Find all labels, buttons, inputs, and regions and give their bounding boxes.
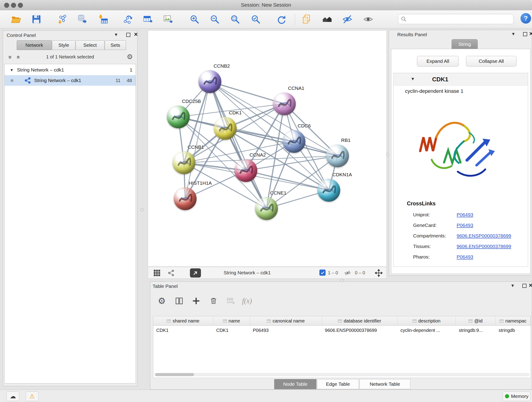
maximize-results-icon[interactable] [523,32,527,36]
tab-sets[interactable]: Sets [105,40,126,50]
column-header-description[interactable]: description [398,316,456,325]
table-cell[interactable]: 9606.ENSP00000378699 [322,326,398,335]
network-node-cdkn1a[interactable] [317,179,340,202]
crosslink-link[interactable]: P06493 [457,223,473,228]
float-panel-icon[interactable]: ▾ [115,32,117,37]
table-cell[interactable]: P06493 [250,326,322,335]
table-cell[interactable]: CDK1 [213,326,250,335]
cloud-icon[interactable]: ☁ [6,391,19,401]
bottom-splitter-handle[interactable] [341,279,344,282]
table-cell[interactable]: stringdb:9... [456,326,496,335]
results-panel-title: Results Panel [397,32,427,37]
expand-all-button[interactable]: Expand All [417,56,459,66]
function-builder-button[interactable]: f(x) [241,294,253,307]
network-options-gear-icon[interactable]: ⚙ [127,53,133,61]
scrollbar-thumb[interactable] [155,373,194,376]
tab-network-table[interactable]: Network Table [360,379,410,389]
network-node-cdk1[interactable] [214,117,237,140]
table-horizontal-scrollbar[interactable] [154,373,530,376]
table-cell[interactable]: CDK1 [153,326,213,335]
annotation-button[interactable] [300,13,313,26]
close-table-icon[interactable]: × [529,283,532,288]
crosslink-link[interactable]: P06493 [457,254,473,260]
open-session-button[interactable] [10,13,22,26]
memory-button[interactable]: Memory [503,391,531,401]
show-all-button[interactable] [362,13,375,26]
import-network-from-database-button[interactable] [76,13,89,26]
table-cell[interactable]: cyclin-dependent ... [398,326,456,335]
network-edge[interactable] [210,82,266,209]
section-collapse-caret-icon[interactable]: ▾ [412,76,414,82]
tab-node-table[interactable]: Node Table [274,379,317,389]
close-panel-icon[interactable]: × [134,32,138,37]
collapse-caret-icon[interactable]: ▾ [11,67,13,73]
network-node-ccnb1[interactable] [172,151,196,174]
network-node-cdc25b[interactable] [167,105,190,128]
maximize-panel-icon[interactable] [126,33,130,37]
home-view-button[interactable] [321,13,334,26]
zoom-out-button[interactable] [208,13,221,26]
search-input[interactable] [408,16,513,22]
network-node-ccne1[interactable] [255,197,278,220]
new-network-button[interactable] [121,13,134,26]
network-node-ccna2[interactable] [234,159,257,182]
crosslink-link[interactable]: P06493 [457,212,473,217]
column-header-namespac[interactable]: namespac [496,316,531,325]
right-splitter-handle[interactable] [386,153,389,156]
maximize-table-icon[interactable] [522,284,526,288]
pan-crosshair-icon[interactable] [375,269,383,278]
crosslink-link[interactable]: 9606.ENSP00000378699 [457,244,511,249]
network-node-rb1[interactable] [326,144,349,167]
column-header-canonical-name[interactable]: canonical name [250,316,322,325]
column-header-shared-name[interactable]: shared name [153,316,213,325]
zoom-fit-button[interactable] [229,13,241,26]
save-session-button[interactable] [30,13,43,26]
zoom-in-button[interactable] [188,13,201,26]
hide-selected-button[interactable] [341,13,354,26]
float-results-icon[interactable]: ▾ [512,32,515,36]
network-node-ccna1[interactable] [273,92,296,115]
gene-section-header[interactable]: ▾ CDK1 [394,73,528,85]
delete-column-trash-icon[interactable] [207,294,220,307]
show-columns-icon[interactable] [173,294,186,307]
table-row[interactable]: CDK1CDK1P064939606.ENSP00000378699cyclin… [153,326,531,335]
refresh-layout-button[interactable] [275,13,288,26]
share-network-icon[interactable] [168,269,175,278]
tab-network[interactable]: Network [17,40,52,50]
float-table-icon[interactable]: ▾ [511,283,514,288]
import-network-from-file-button[interactable] [56,13,69,26]
birdseye-grid-icon[interactable] [153,269,160,277]
new-table-button[interactable] [141,13,154,26]
collapse-all-button[interactable]: Collapse All [466,56,516,66]
table-options-gear-icon[interactable]: ⚙ [155,294,168,307]
import-table-from-file-button[interactable] [97,13,109,26]
network-node-ccnb2[interactable] [198,70,221,93]
warning-icon[interactable]: ⚠ [26,391,38,401]
add-column-plus-icon[interactable] [190,294,203,307]
help-button[interactable]: ? [520,13,531,24]
tab-select[interactable]: Select [76,40,104,50]
toolbar-search[interactable] [398,14,514,24]
network-view-canvas[interactable]: CCNB2CCNA1CDC25BCDK1CDC6RB1CCNB1CCNA2CDK… [148,30,387,267]
column-header-database-identifier[interactable]: database identifier [322,316,398,325]
tab-style[interactable]: Style [52,40,75,50]
zoom-selected-button[interactable] [249,13,262,26]
column-header--id[interactable]: @id [456,316,496,325]
network-node-hist1h1a[interactable] [174,187,196,210]
close-results-icon[interactable]: × [529,32,532,36]
open-in-browser-button[interactable] [190,268,201,278]
tab-edge-table[interactable]: Edge Table [317,379,359,389]
results-tab-string[interactable]: String [452,39,478,49]
delete-table-icon[interactable] [225,294,237,307]
column-header-name[interactable]: name [213,316,250,325]
network-node-cdc6[interactable] [283,130,305,153]
crosslink-link[interactable]: 9606.ENSP00000378699 [457,233,511,239]
export-image-button[interactable] [162,13,174,26]
main-toolbar: ? [0,10,532,28]
network-row-selected[interactable]: String Network – cdk1 11 48 [5,75,136,86]
hidden-eye-slash-icon[interactable] [344,270,351,277]
selected-nodes-checkbox[interactable] [319,269,326,276]
network-collection-row[interactable]: ▾ String Network – cdk1 1 [5,65,136,75]
left-splitter-handle[interactable] [140,208,144,211]
table-cell[interactable]: stringdb [496,326,531,335]
